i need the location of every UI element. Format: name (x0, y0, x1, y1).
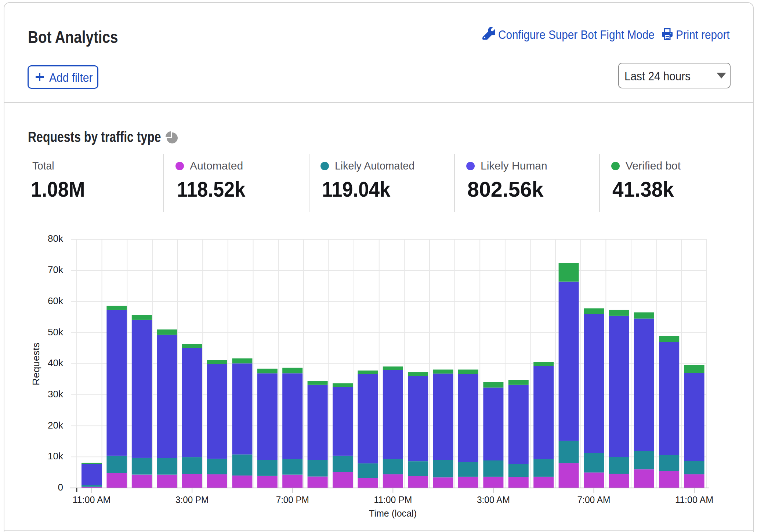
svg-text:Time (local): Time (local) (369, 508, 417, 519)
svg-text:7:00 PM: 7:00 PM (276, 494, 309, 505)
svg-text:20k: 20k (48, 420, 64, 431)
svg-text:70k: 70k (48, 264, 64, 275)
svg-text:30k: 30k (48, 389, 64, 400)
svg-text:0: 0 (58, 482, 63, 493)
svg-text:Requests: Requests (30, 343, 41, 386)
svg-text:40k: 40k (48, 357, 64, 368)
svg-text:10k: 10k (48, 451, 64, 462)
svg-text:3:00 PM: 3:00 PM (175, 494, 209, 505)
svg-text:3:00 AM: 3:00 AM (477, 494, 510, 505)
svg-text:11:00 AM: 11:00 AM (675, 494, 713, 505)
svg-text:60k: 60k (48, 295, 64, 306)
svg-text:80k: 80k (48, 233, 64, 244)
svg-text:11:00 PM: 11:00 PM (374, 494, 412, 505)
svg-text:7:00 AM: 7:00 AM (577, 494, 611, 505)
svg-text:11:00 AM: 11:00 AM (73, 494, 111, 505)
svg-text:50k: 50k (48, 327, 64, 338)
